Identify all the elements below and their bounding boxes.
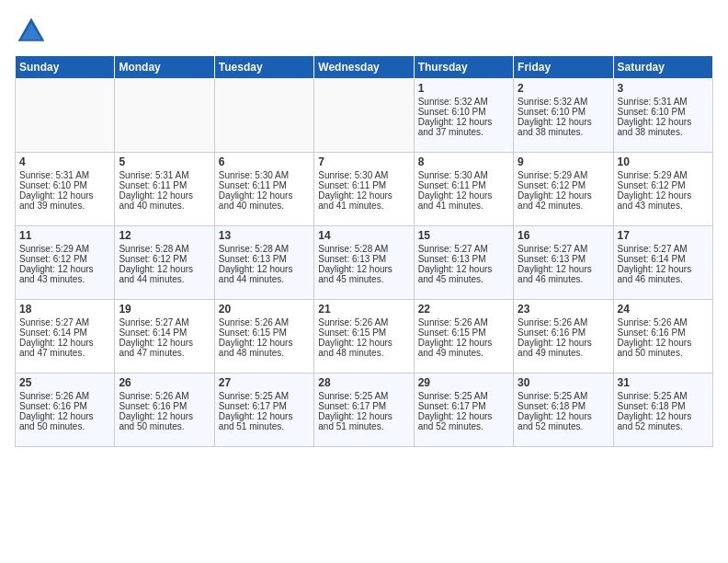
day-info: Sunrise: 5:25 AM bbox=[518, 391, 609, 401]
calendar-week-row: 18Sunrise: 5:27 AMSunset: 6:14 PMDayligh… bbox=[16, 300, 713, 373]
day-info: Sunrise: 5:26 AM bbox=[618, 317, 709, 327]
calendar-cell: 2Sunrise: 5:32 AMSunset: 6:10 PMDaylight… bbox=[514, 79, 613, 153]
day-info: Sunset: 6:18 PM bbox=[618, 401, 709, 411]
day-number: 18 bbox=[19, 303, 110, 316]
day-number: 28 bbox=[318, 376, 409, 389]
day-info: and 47 minutes. bbox=[119, 348, 210, 358]
calendar-cell: 4Sunrise: 5:31 AMSunset: 6:10 PMDaylight… bbox=[16, 153, 115, 226]
day-info: Sunrise: 5:31 AM bbox=[119, 170, 210, 180]
day-info: Sunset: 6:17 PM bbox=[318, 401, 409, 411]
day-number: 19 bbox=[119, 303, 210, 316]
day-info: Sunrise: 5:25 AM bbox=[318, 391, 409, 401]
calendar-cell: 7Sunrise: 5:30 AMSunset: 6:11 PMDaylight… bbox=[314, 153, 414, 226]
day-info: Daylight: 12 hours bbox=[19, 338, 110, 348]
calendar-week-row: 25Sunrise: 5:26 AMSunset: 6:16 PMDayligh… bbox=[16, 373, 713, 447]
calendar-week-row: 1Sunrise: 5:32 AMSunset: 6:10 PMDaylight… bbox=[16, 79, 713, 153]
day-number: 7 bbox=[318, 155, 409, 168]
weekday-header-friday: Friday bbox=[514, 56, 613, 79]
day-info: and 51 minutes. bbox=[219, 421, 310, 431]
day-number: 22 bbox=[418, 303, 509, 316]
day-info: and 48 minutes. bbox=[318, 348, 409, 358]
day-number: 30 bbox=[518, 376, 609, 389]
day-info: Daylight: 12 hours bbox=[518, 264, 609, 274]
calendar-week-row: 11Sunrise: 5:29 AMSunset: 6:12 PMDayligh… bbox=[16, 226, 713, 300]
weekday-header-monday: Monday bbox=[115, 56, 214, 79]
calendar-cell: 13Sunrise: 5:28 AMSunset: 6:13 PMDayligh… bbox=[214, 226, 313, 300]
day-info: and 46 minutes. bbox=[518, 274, 609, 284]
day-info: Sunrise: 5:32 AM bbox=[418, 97, 509, 107]
day-info: Daylight: 12 hours bbox=[618, 190, 709, 201]
day-info: Daylight: 12 hours bbox=[618, 338, 709, 348]
day-info: Sunset: 6:16 PM bbox=[618, 327, 709, 338]
day-info: Sunrise: 5:29 AM bbox=[19, 244, 110, 254]
day-info: and 45 minutes. bbox=[418, 274, 509, 284]
day-info: Daylight: 12 hours bbox=[318, 264, 409, 274]
day-info: Sunrise: 5:25 AM bbox=[418, 391, 509, 401]
day-number: 9 bbox=[518, 155, 609, 168]
day-info: and 46 minutes. bbox=[618, 274, 709, 284]
day-info: Daylight: 12 hours bbox=[318, 190, 409, 201]
calendar-cell: 5Sunrise: 5:31 AMSunset: 6:11 PMDaylight… bbox=[115, 153, 214, 226]
day-info: Sunset: 6:11 PM bbox=[418, 180, 509, 190]
day-info: and 43 minutes. bbox=[618, 201, 709, 211]
day-info: Sunset: 6:12 PM bbox=[19, 254, 110, 264]
day-info: Sunrise: 5:30 AM bbox=[318, 170, 409, 180]
day-info: Sunrise: 5:28 AM bbox=[318, 244, 409, 254]
day-info: Sunset: 6:10 PM bbox=[518, 107, 609, 117]
day-info: Sunset: 6:11 PM bbox=[119, 180, 210, 190]
calendar-cell: 8Sunrise: 5:30 AMSunset: 6:11 PMDaylight… bbox=[414, 153, 513, 226]
day-info: Sunrise: 5:28 AM bbox=[219, 244, 310, 254]
day-number: 10 bbox=[618, 155, 709, 168]
day-info: and 38 minutes. bbox=[618, 127, 709, 137]
weekday-header-sunday: Sunday bbox=[16, 56, 115, 79]
day-info: Sunset: 6:11 PM bbox=[219, 180, 310, 190]
day-info: Daylight: 12 hours bbox=[19, 264, 110, 274]
day-info: Sunrise: 5:27 AM bbox=[19, 317, 110, 327]
day-info: Sunset: 6:15 PM bbox=[318, 327, 409, 338]
day-info: Daylight: 12 hours bbox=[119, 264, 210, 274]
day-info: and 43 minutes. bbox=[19, 274, 110, 284]
day-info: Sunset: 6:12 PM bbox=[518, 180, 609, 190]
day-info: Sunrise: 5:26 AM bbox=[19, 391, 110, 401]
day-number: 1 bbox=[418, 82, 509, 95]
day-info: Daylight: 12 hours bbox=[618, 411, 709, 421]
calendar-cell: 19Sunrise: 5:27 AMSunset: 6:14 PMDayligh… bbox=[115, 300, 214, 373]
day-info: and 38 minutes. bbox=[518, 127, 609, 137]
weekday-header-row: SundayMondayTuesdayWednesdayThursdayFrid… bbox=[16, 56, 713, 79]
day-info: and 37 minutes. bbox=[418, 127, 509, 137]
day-number: 6 bbox=[219, 155, 310, 168]
calendar-cell: 9Sunrise: 5:29 AMSunset: 6:12 PMDaylight… bbox=[514, 153, 613, 226]
day-info: and 40 minutes. bbox=[219, 201, 310, 211]
day-info: Daylight: 12 hours bbox=[418, 190, 509, 201]
calendar-table: SundayMondayTuesdayWednesdayThursdayFrid… bbox=[15, 55, 713, 447]
day-info: Sunset: 6:11 PM bbox=[318, 180, 409, 190]
day-number: 2 bbox=[518, 82, 609, 95]
day-info: Sunrise: 5:26 AM bbox=[219, 317, 310, 327]
day-info: and 42 minutes. bbox=[518, 201, 609, 211]
calendar-cell: 17Sunrise: 5:27 AMSunset: 6:14 PMDayligh… bbox=[613, 226, 712, 300]
day-info: Daylight: 12 hours bbox=[219, 338, 310, 348]
day-info: and 52 minutes. bbox=[418, 421, 509, 431]
day-info: Sunrise: 5:28 AM bbox=[119, 244, 210, 254]
day-info: and 52 minutes. bbox=[618, 421, 709, 431]
day-info: Sunset: 6:16 PM bbox=[19, 401, 110, 411]
day-info: Daylight: 12 hours bbox=[418, 411, 509, 421]
day-info: Daylight: 12 hours bbox=[518, 411, 609, 421]
calendar-cell: 3Sunrise: 5:31 AMSunset: 6:10 PMDaylight… bbox=[613, 79, 712, 153]
day-number: 24 bbox=[618, 303, 709, 316]
day-info: Sunset: 6:16 PM bbox=[518, 327, 609, 338]
calendar-cell: 29Sunrise: 5:25 AMSunset: 6:17 PMDayligh… bbox=[414, 373, 513, 447]
day-info: Daylight: 12 hours bbox=[618, 264, 709, 274]
day-info: Sunset: 6:13 PM bbox=[518, 254, 609, 264]
day-info: Daylight: 12 hours bbox=[119, 190, 210, 201]
day-info: Daylight: 12 hours bbox=[219, 190, 310, 201]
day-info: Sunrise: 5:27 AM bbox=[119, 317, 210, 327]
day-info: Sunrise: 5:27 AM bbox=[618, 244, 709, 254]
day-number: 25 bbox=[19, 376, 110, 389]
day-info: Sunset: 6:10 PM bbox=[19, 180, 110, 190]
day-number: 3 bbox=[618, 82, 709, 95]
day-number: 14 bbox=[318, 229, 409, 242]
day-info: Sunset: 6:14 PM bbox=[19, 327, 110, 338]
day-info: Daylight: 12 hours bbox=[19, 190, 110, 201]
day-number: 11 bbox=[19, 229, 110, 242]
